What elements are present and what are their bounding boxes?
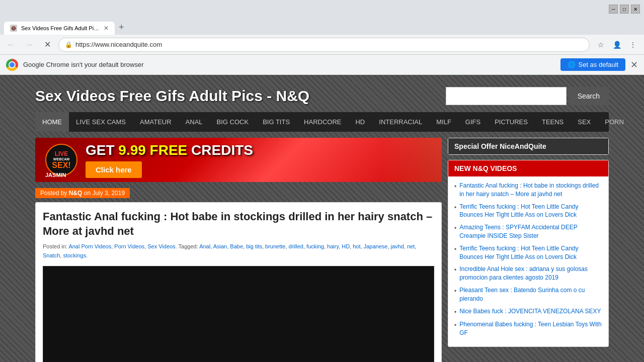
- tag-brunette[interactable]: brunette: [265, 243, 285, 249]
- back-button[interactable]: ←: [4, 38, 18, 52]
- bookmark-icon[interactable]: ☆: [594, 38, 608, 52]
- tag-hairy[interactable]: hairy: [327, 243, 339, 249]
- article-tags: Posted in: Anal Porn Videos, Porn Videos…: [43, 242, 434, 260]
- video-link-4[interactable]: Terrific Teens fucking : Hot Teen Little…: [459, 244, 602, 261]
- page-background: Sex Videos Free Gifs Adult Pics - N&Q Se…: [0, 75, 644, 362]
- category-anal-porn[interactable]: Anal Porn Videos: [68, 243, 111, 249]
- banner-webcam-text: WEBCAM: [53, 157, 69, 161]
- search-bar: Search: [446, 87, 609, 105]
- new-tab-button[interactable]: +: [115, 20, 128, 35]
- search-input[interactable]: [446, 87, 567, 105]
- nav-item-milf[interactable]: MILF: [429, 112, 458, 132]
- tag-snatch[interactable]: Snatch: [43, 252, 60, 258]
- bullet-icon: •: [454, 224, 456, 233]
- nav-item-hd[interactable]: HD: [348, 112, 372, 132]
- window-controls: ─ □ ✕: [609, 5, 640, 14]
- video-link-6[interactable]: Pleasant Teen sex : Batendo Surinha com …: [459, 286, 602, 303]
- article-box: Fantastic Anal fucking : Hot babe in sto…: [35, 202, 442, 362]
- video-link-8[interactable]: Phenomenal Babes fucking : Teen Lesbian …: [459, 320, 602, 337]
- tag-stockings[interactable]: stockings: [63, 252, 86, 258]
- tag-anal[interactable]: Anal: [199, 243, 210, 249]
- nav-item-home[interactable]: HOME: [35, 112, 69, 132]
- category-porn-videos[interactable]: Porn Videos: [114, 243, 144, 249]
- site-title: Sex Videos Free Gifs Adult Pics - N&Q: [35, 87, 309, 105]
- tab-close-button[interactable]: ✕: [104, 25, 109, 32]
- post-author-link[interactable]: N&Q: [69, 190, 83, 197]
- tag-javhd[interactable]: javhd: [391, 243, 404, 249]
- article-title: Fantastic Anal fucking : Hot babe in sto…: [43, 210, 434, 238]
- nav-item-pictures[interactable]: PICTURES: [488, 112, 535, 132]
- titlebar: ─ □ ✕: [0, 0, 644, 18]
- active-tab[interactable]: 🔞 Sex Videos Free Gifs Adult Pics | Nic.…: [4, 22, 115, 35]
- tag-hot[interactable]: hot: [353, 243, 360, 249]
- search-button[interactable]: Search: [569, 87, 609, 105]
- nav-item-amateur[interactable]: AMATEUR: [133, 112, 179, 132]
- forward-button[interactable]: →: [22, 38, 36, 52]
- nav-item-hardcore[interactable]: HARDCORE: [297, 112, 348, 132]
- new-videos-box: NEW N&Q VIDEOS • Fantastic Anal fucking …: [448, 160, 609, 347]
- nav-item-teens[interactable]: TEENS: [535, 112, 571, 132]
- set-default-label: Set as default: [579, 61, 619, 68]
- banner-content: GET 9.99 FREE CREDITS Click here JASMIN: [86, 142, 432, 178]
- banner-credits-text: CREDITS: [191, 142, 253, 158]
- list-item: • Incredible Anal Hole sex : adriana y s…: [454, 265, 602, 282]
- tag-fucking[interactable]: fucking: [306, 243, 324, 249]
- list-item: • Amazing Teens : SPYFAM Accidental DEEP…: [454, 223, 602, 240]
- banner-logo: LIVE WEBCAM SEX!: [45, 144, 77, 176]
- tab-bar: 🔞 Sex Videos Free Gifs Adult Pics | Nic.…: [0, 18, 644, 35]
- category-sex-videos[interactable]: Sex Videos: [147, 243, 175, 249]
- banner-live-text: LIVE: [55, 150, 68, 157]
- lock-icon: 🔒: [65, 41, 72, 48]
- info-bar: Google Chrome isn't your default browser…: [0, 55, 644, 75]
- nav-item-sex[interactable]: SEX: [571, 112, 598, 132]
- list-item: • Terrific Teens fucking : Hot Teen Litt…: [454, 244, 602, 261]
- video-link-2[interactable]: Terrific Teens fucking : Hot Teen Little…: [459, 203, 602, 220]
- tag-babe[interactable]: Babe: [230, 243, 243, 249]
- menu-icon[interactable]: ⋮: [626, 38, 640, 52]
- video-link-1[interactable]: Fantastic Anal fucking : Hot babe in sto…: [459, 182, 602, 199]
- banner-click-here-button[interactable]: Click here: [86, 161, 142, 178]
- special-offer-box: Special Offer NiceAndQuite: [448, 138, 609, 155]
- list-item: • Terrific Teens fucking : Hot Teen Litt…: [454, 203, 602, 220]
- tag-hd[interactable]: HD: [342, 243, 350, 249]
- new-videos-list: • Fantastic Anal fucking : Hot babe in s…: [448, 176, 608, 346]
- special-offer-title: Special Offer NiceAndQuite: [448, 138, 608, 154]
- list-item: • Phenomenal Babes fucking : Teen Lesbia…: [454, 320, 602, 337]
- tag-japanese[interactable]: Japanese: [364, 243, 388, 249]
- video-link-5[interactable]: Incredible Anal Hole sex : adriana y sus…: [459, 265, 602, 282]
- address-input[interactable]: 🔒 https://www.niceandquite.com: [58, 38, 590, 52]
- reload-button[interactable]: ✕: [40, 38, 54, 52]
- nav-item-live-sex-cams[interactable]: LIVE SEX CAMS: [69, 112, 133, 132]
- set-default-button[interactable]: 🌐 Set as default: [560, 58, 626, 71]
- tab-favicon-icon: 🔞: [10, 25, 17, 32]
- maximize-button[interactable]: □: [620, 5, 629, 14]
- advertisement-banner[interactable]: LIVE WEBCAM SEX! GET 9.99 FREE CREDITS C…: [35, 138, 442, 182]
- bullet-icon: •: [454, 266, 456, 275]
- info-bar-close-button[interactable]: ✕: [630, 59, 638, 70]
- tag-big-tits[interactable]: big tits: [246, 243, 262, 249]
- nav-item-interracial[interactable]: INTERRACIAL: [372, 112, 429, 132]
- banner-offer-text: GET 9.99 FREE CREDITS: [86, 142, 432, 158]
- tag-drilled[interactable]: drilled: [289, 243, 303, 249]
- nav-item-big-cock[interactable]: BIG COCK: [210, 112, 256, 132]
- nav-item-porn[interactable]: PORN: [598, 112, 631, 132]
- set-default-icon: 🌐: [568, 61, 576, 68]
- nav-item-big-tits[interactable]: BIG TITS: [256, 112, 297, 132]
- close-button[interactable]: ✕: [631, 5, 640, 14]
- tag-net[interactable]: net: [407, 243, 415, 249]
- bullet-icon: •: [454, 204, 456, 212]
- bullet-icon: •: [454, 245, 456, 254]
- address-bar: ← → ✕ 🔒 https://www.niceandquite.com ☆ 👤…: [0, 35, 644, 55]
- page-container: Sex Videos Free Gifs Adult Pics - N&Q Se…: [35, 80, 609, 362]
- list-item: • Fantastic Anal fucking : Hot babe in s…: [454, 182, 602, 199]
- video-link-3[interactable]: Amazing Teens : SPYFAM Accidental DEEP C…: [459, 223, 602, 240]
- chrome-logo-icon: [6, 59, 18, 71]
- nav-item-anal[interactable]: ANAL: [179, 112, 210, 132]
- minimize-button[interactable]: ─: [609, 5, 618, 14]
- banner-brand-text: JASMIN: [45, 172, 66, 178]
- tag-asian[interactable]: Asian: [213, 243, 227, 249]
- post-meta-bar: Posted by N&Q on July 3, 2019: [35, 188, 130, 198]
- video-link-7[interactable]: Nice Babes fuck : JOVENCITA VENEZOLANA S…: [459, 307, 601, 316]
- nav-item-gifs[interactable]: GIFS: [458, 112, 488, 132]
- profile-icon[interactable]: 👤: [610, 38, 624, 52]
